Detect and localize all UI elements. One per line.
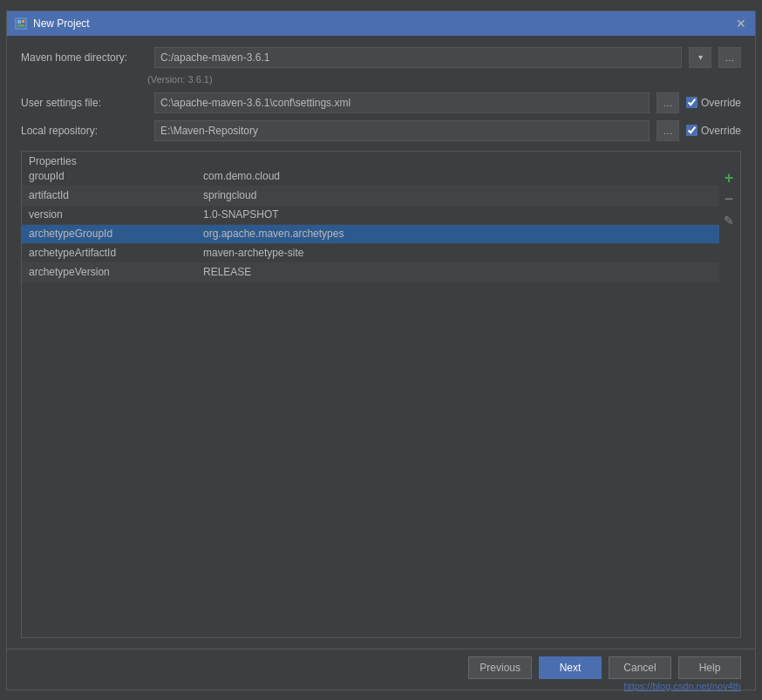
maven-home-label: Maven home directory: bbox=[21, 51, 147, 64]
prop-key: archetypeVersion bbox=[22, 266, 196, 278]
repo-override-checkbox[interactable] bbox=[686, 125, 697, 136]
settings-file-label: User settings file: bbox=[21, 97, 147, 109]
prop-key: version bbox=[22, 208, 196, 221]
new-project-dialog: New Project ✕ Maven home directory: ▾ … … bbox=[6, 10, 756, 690]
maven-version-hint: (Version: 3.6.1) bbox=[147, 74, 741, 86]
prop-value: maven-archetype-site bbox=[196, 247, 719, 259]
settings-override-checkbox[interactable] bbox=[686, 97, 697, 108]
table-row[interactable]: artifactIdspringcloud bbox=[22, 187, 719, 206]
maven-home-browse-button[interactable]: … bbox=[718, 47, 741, 68]
prop-key: artifactId bbox=[22, 189, 196, 201]
properties-legend: Properties bbox=[22, 152, 740, 167]
dialog-body: Maven home directory: ▾ … (Version: 3.6.… bbox=[7, 36, 755, 649]
edit-property-button[interactable]: ✎ bbox=[719, 211, 738, 230]
next-button[interactable]: Next bbox=[539, 656, 602, 679]
maven-home-row: Maven home directory: ▾ … bbox=[21, 46, 741, 69]
cancel-button[interactable]: Cancel bbox=[609, 656, 671, 679]
settings-override-check: Override bbox=[686, 97, 741, 109]
maven-home-input[interactable] bbox=[154, 47, 682, 68]
svg-rect-1 bbox=[17, 20, 21, 24]
repo-override-check: Override bbox=[686, 125, 741, 137]
repo-override-label: Override bbox=[701, 125, 741, 137]
table-row[interactable]: groupIdcom.demo.cloud bbox=[22, 167, 719, 187]
prop-value: 1.0-SNAPSHOT bbox=[196, 208, 719, 221]
properties-group: Properties groupIdcom.demo.cloudartifact… bbox=[21, 151, 741, 638]
repo-browse-button[interactable]: … bbox=[657, 120, 679, 141]
close-button[interactable]: ✕ bbox=[734, 17, 748, 31]
dialog-footer: Previous Next Cancel Help https://blog.c… bbox=[7, 649, 755, 690]
prop-value: org.apache.maven.archetypes bbox=[196, 228, 719, 240]
local-repo-label: Local repository: bbox=[21, 125, 147, 137]
local-repo-row: Local repository: … Override bbox=[21, 119, 741, 142]
table-row[interactable]: version1.0-SNAPSHOT bbox=[22, 206, 719, 225]
prop-key: groupId bbox=[22, 170, 196, 182]
prop-value: RELEASE bbox=[196, 266, 719, 278]
table-row[interactable]: archetypeArtifactIdmaven-archetype-site bbox=[22, 244, 719, 263]
svg-rect-3 bbox=[17, 24, 24, 27]
maven-home-dropdown-button[interactable]: ▾ bbox=[689, 47, 711, 68]
prop-key: archetypeArtifactId bbox=[22, 247, 196, 259]
properties-side-buttons: + − ✎ bbox=[718, 167, 740, 232]
properties-table: groupIdcom.demo.cloudartifactIdspringclo… bbox=[22, 167, 719, 282]
prop-value: com.demo.cloud bbox=[196, 170, 719, 182]
remove-property-button[interactable]: − bbox=[719, 190, 738, 209]
table-row[interactable]: archetypeGroupIdorg.apache.maven.archety… bbox=[22, 225, 719, 244]
settings-file-row: User settings file: … Override bbox=[21, 92, 741, 114]
add-property-button[interactable]: + bbox=[719, 169, 738, 188]
prop-value: springcloud bbox=[196, 189, 719, 201]
prop-key: archetypeGroupId bbox=[22, 228, 196, 240]
settings-browse-button[interactable]: … bbox=[657, 92, 679, 113]
help-button[interactable]: Help bbox=[678, 656, 741, 679]
previous-button[interactable]: Previous bbox=[468, 656, 532, 679]
table-row[interactable]: archetypeVersionRELEASE bbox=[22, 263, 719, 282]
local-repo-input[interactable] bbox=[154, 120, 650, 141]
dialog-icon bbox=[14, 17, 28, 31]
dialog-title: New Project bbox=[33, 17, 90, 30]
properties-container: groupIdcom.demo.cloudartifactIdspringclo… bbox=[22, 167, 740, 637]
footer-url: https://blog.csdn.net/nov4th bbox=[623, 681, 741, 691]
svg-rect-2 bbox=[22, 20, 24, 23]
title-bar-left: New Project bbox=[14, 17, 90, 31]
settings-file-input[interactable] bbox=[154, 92, 650, 113]
title-bar: New Project ✕ bbox=[7, 11, 755, 36]
properties-scroll-area[interactable]: groupIdcom.demo.cloudartifactIdspringclo… bbox=[22, 167, 740, 637]
settings-override-label: Override bbox=[701, 97, 741, 109]
